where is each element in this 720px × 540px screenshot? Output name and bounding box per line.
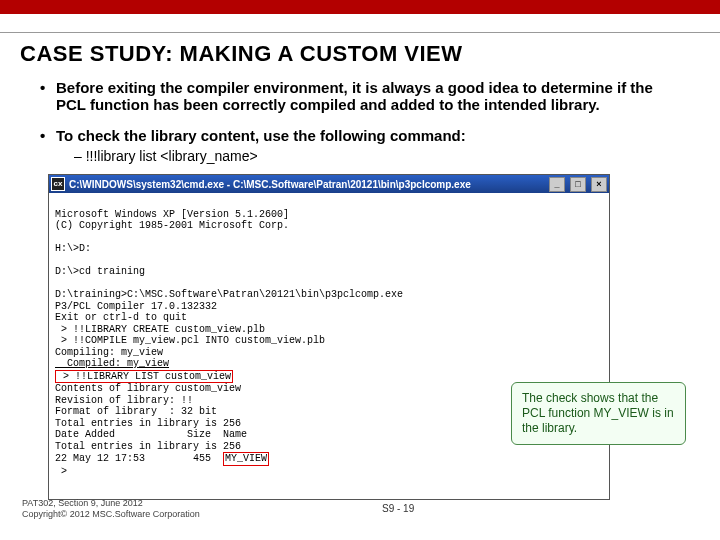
term-line: Revision of library: !!: [55, 395, 193, 406]
term-line: Microsoft Windows XP [Version 5.1.2600]: [55, 209, 289, 220]
horizontal-rule: [0, 32, 720, 33]
footer-line-2: Copyright© 2012 MSC.Software Corporation: [22, 509, 200, 520]
window-title: C:\WINDOWS\system32\cmd.exe - C:\MSC.Sof…: [69, 179, 544, 190]
footer-line-1: PAT302, Section 9, June 2012: [22, 498, 200, 509]
sub-bullet-1: – !!!library list <library_name>: [74, 148, 680, 164]
term-line: D:\training>C:\MSC.Software\Patran\20121…: [55, 289, 403, 300]
term-line: H:\>D:: [55, 243, 91, 254]
command-prompt-window: cx C:\WINDOWS\system32\cmd.exe - C:\MSC.…: [48, 174, 610, 500]
page-title: CASE STUDY: MAKING A CUSTOM VIEW: [20, 41, 720, 67]
page-number: S9 - 19: [382, 503, 414, 514]
brand-bar: [0, 0, 720, 14]
bullet-2-text: To check the library content, use the fo…: [56, 127, 466, 144]
highlight-library-list: > !!LIBRARY LIST custom_view: [55, 370, 233, 384]
terminal-output: Microsoft Windows XP [Version 5.1.2600] …: [49, 193, 609, 499]
bullet-marker: •: [40, 127, 56, 144]
bullet-2: • To check the library content, use the …: [40, 127, 680, 144]
term-line: P3/PCL Compiler 17.0.132332: [55, 301, 217, 312]
term-line-compiled: Compiled: my_view: [55, 358, 169, 369]
term-line: >: [55, 466, 67, 477]
callout-box: The check shows that the PCL function MY…: [511, 382, 686, 445]
maximize-button[interactable]: □: [570, 177, 586, 192]
term-line: Date Added Size Name: [55, 429, 247, 440]
term-line: > !!COMPILE my_view.pcl INTO custom_view…: [55, 335, 325, 346]
term-line: Exit or ctrl-d to quit: [55, 312, 187, 323]
footer: PAT302, Section 9, June 2012 Copyright© …: [22, 498, 200, 520]
term-line: Total entries in library is 256: [55, 441, 241, 452]
highlight-my-view: MY_VIEW: [223, 452, 269, 466]
term-line: Contents of library custom_view: [55, 383, 241, 394]
content-area: • Before exiting the compiler environmen…: [40, 79, 680, 164]
term-line: > !!LIBRARY CREATE custom_view.plb: [55, 324, 265, 335]
bullet-1-text: Before exiting the compiler environment,…: [56, 79, 680, 113]
term-line: Format of library : 32 bit: [55, 406, 217, 417]
bullet-marker: •: [40, 79, 56, 113]
minimize-button[interactable]: _: [549, 177, 565, 192]
window-titlebar: cx C:\WINDOWS\system32\cmd.exe - C:\MSC.…: [49, 175, 609, 193]
bullet-1: • Before exiting the compiler environmen…: [40, 79, 680, 113]
term-line: D:\>cd training: [55, 266, 145, 277]
close-button[interactable]: ×: [591, 177, 607, 192]
cmd-icon: cx: [51, 177, 65, 191]
term-line: Compiling: my_view: [55, 347, 163, 358]
term-line: (C) Copyright 1985-2001 Microsoft Corp.: [55, 220, 289, 231]
term-line: Total entries in library is 256: [55, 418, 241, 429]
term-line-date: 22 May 12 17:53 455: [55, 453, 223, 464]
